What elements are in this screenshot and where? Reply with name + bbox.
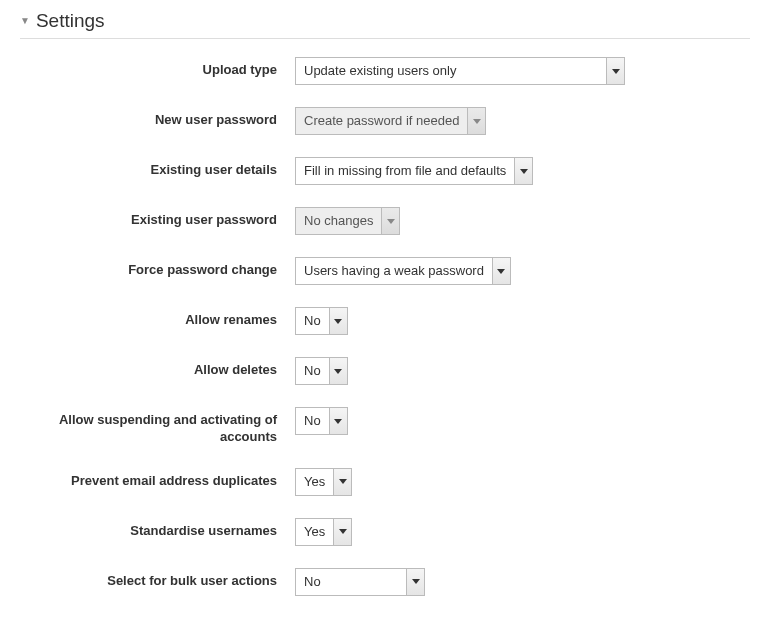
- chevron-down-icon: [333, 519, 351, 545]
- chevron-down-icon: [467, 108, 485, 134]
- select-value: Create password if needed: [296, 108, 467, 134]
- section-title: Settings: [36, 10, 105, 32]
- select-new-user-password: Create password if needed: [295, 107, 486, 135]
- chevron-down-icon: [406, 569, 424, 595]
- select-upload-type[interactable]: Update existing users only: [295, 57, 625, 85]
- label-select-bulk-actions: Select for bulk user actions: [20, 568, 295, 590]
- select-allow-suspending[interactable]: No: [295, 407, 348, 435]
- select-value: Yes: [296, 469, 333, 495]
- settings-section-header[interactable]: ▼ Settings: [20, 10, 750, 39]
- label-prevent-email-duplicates: Prevent email address duplicates: [20, 468, 295, 490]
- select-value: No: [296, 569, 329, 595]
- label-existing-user-details: Existing user details: [20, 157, 295, 179]
- select-value: Fill in missing from file and defaults: [296, 158, 514, 184]
- select-standardise-usernames[interactable]: Yes: [295, 518, 352, 546]
- chevron-down-icon: [329, 408, 347, 434]
- field-prevent-email-duplicates: Prevent email address duplicates Yes: [20, 468, 750, 496]
- label-new-user-password: New user password: [20, 107, 295, 129]
- field-allow-renames: Allow renames No: [20, 307, 750, 335]
- chevron-down-icon: [492, 258, 510, 284]
- chevron-down-icon: [606, 58, 624, 84]
- select-value: No: [296, 408, 329, 434]
- select-prevent-email-duplicates[interactable]: Yes: [295, 468, 352, 496]
- select-existing-user-details[interactable]: Fill in missing from file and defaults: [295, 157, 533, 185]
- field-select-bulk-actions: Select for bulk user actions No: [20, 568, 750, 596]
- chevron-down-icon: [514, 158, 532, 184]
- field-standardise-usernames: Standardise usernames Yes: [20, 518, 750, 546]
- chevron-down-icon: [381, 208, 399, 234]
- field-allow-suspending: Allow suspending and activating of accou…: [20, 407, 750, 446]
- select-value: Yes: [296, 519, 333, 545]
- label-existing-user-password: Existing user password: [20, 207, 295, 229]
- collapse-icon: ▼: [20, 15, 30, 26]
- select-value: Users having a weak password: [296, 258, 492, 284]
- select-force-password-change[interactable]: Users having a weak password: [295, 257, 511, 285]
- chevron-down-icon: [329, 308, 347, 334]
- field-new-user-password: New user password Create password if nee…: [20, 107, 750, 135]
- chevron-down-icon: [333, 469, 351, 495]
- chevron-down-icon: [329, 358, 347, 384]
- field-existing-user-details: Existing user details Fill in missing fr…: [20, 157, 750, 185]
- field-force-password-change: Force password change Users having a wea…: [20, 257, 750, 285]
- select-value: No: [296, 308, 329, 334]
- label-upload-type: Upload type: [20, 57, 295, 79]
- select-value: No changes: [296, 208, 381, 234]
- field-existing-user-password: Existing user password No changes: [20, 207, 750, 235]
- select-allow-deletes[interactable]: No: [295, 357, 348, 385]
- label-allow-suspending: Allow suspending and activating of accou…: [20, 407, 295, 446]
- label-standardise-usernames: Standardise usernames: [20, 518, 295, 540]
- label-allow-renames: Allow renames: [20, 307, 295, 329]
- label-allow-deletes: Allow deletes: [20, 357, 295, 379]
- field-allow-deletes: Allow deletes No: [20, 357, 750, 385]
- label-force-password-change: Force password change: [20, 257, 295, 279]
- field-upload-type: Upload type Update existing users only: [20, 57, 750, 85]
- select-allow-renames[interactable]: No: [295, 307, 348, 335]
- select-existing-user-password: No changes: [295, 207, 400, 235]
- select-value: No: [296, 358, 329, 384]
- select-bulk-user-actions[interactable]: No: [295, 568, 425, 596]
- select-value: Update existing users only: [296, 58, 606, 84]
